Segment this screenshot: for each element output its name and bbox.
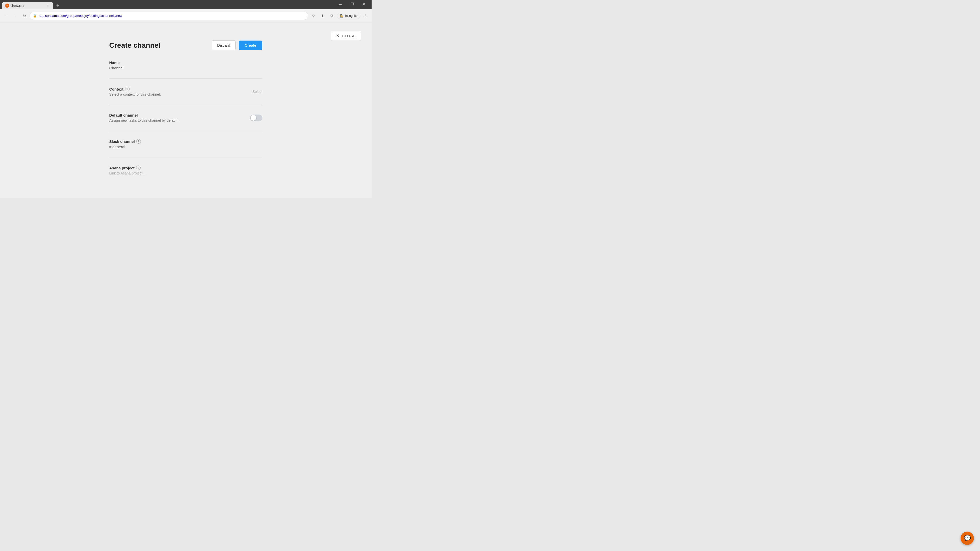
download-button[interactable]: ⬇ — [318, 12, 327, 20]
context-description: Select a context for this channel. — [109, 92, 161, 97]
default-channel-label: Default channel — [109, 113, 178, 118]
maximize-button[interactable]: ❐ — [347, 0, 358, 9]
context-left: Context ? Select a context for this chan… — [109, 87, 161, 97]
default-channel-left: Default channel Assign new tasks to this… — [109, 113, 178, 122]
asana-project-input[interactable]: Link to Asana project... — [109, 171, 262, 175]
incognito-badge[interactable]: 🕵 Incognito — [337, 13, 360, 19]
form-actions: Discard Create — [212, 40, 262, 50]
context-label: Context ? — [109, 87, 161, 91]
context-section: Context ? Select a context for this chan… — [109, 87, 262, 105]
toggle-knob — [251, 115, 256, 121]
name-value[interactable]: Channel — [109, 66, 262, 70]
close-page-button[interactable]: ✕ CLOSE — [331, 30, 361, 41]
default-channel-toggle[interactable] — [250, 114, 262, 121]
active-tab[interactable]: S Sunsama × — [2, 2, 53, 9]
address-text: app.sunsama.com/group/moodjoy/settings/c… — [39, 14, 305, 17]
default-channel-section: Default channel Assign new tasks to this… — [109, 113, 262, 131]
slack-channel-section: Slack channel ? # general — [109, 139, 262, 157]
address-bar[interactable]: 🔒 app.sunsama.com/group/moodjoy/settings… — [30, 12, 308, 20]
forward-icon: → — [14, 14, 17, 18]
asana-project-section: Asana project ? Link to Asana project... — [109, 165, 262, 183]
discard-button[interactable]: Discard — [212, 40, 235, 50]
minimize-button[interactable]: — — [335, 0, 346, 9]
create-button[interactable]: Create — [239, 41, 262, 50]
context-row: Context ? Select a context for this chan… — [109, 87, 262, 97]
default-channel-row: Default channel Assign new tasks to this… — [109, 113, 262, 122]
page-content: ✕ CLOSE Create channel Discard Create Na… — [0, 22, 372, 198]
slack-channel-value[interactable]: # general — [109, 144, 262, 149]
name-section: Name Channel — [109, 60, 262, 79]
name-label: Name — [109, 60, 262, 65]
incognito-label: Incognito — [345, 14, 358, 17]
context-select-button[interactable]: Select — [252, 89, 262, 95]
page-title: Create channel — [109, 41, 161, 49]
context-help-icon[interactable]: ? — [125, 87, 130, 91]
tab-title: Sunsama — [11, 4, 44, 7]
close-page-label: CLOSE — [342, 34, 356, 38]
window-controls: — ❐ ✕ — [335, 0, 369, 9]
create-channel-form: Create channel Discard Create Name Chann… — [109, 35, 262, 197]
bookmark-button[interactable]: ☆ — [309, 12, 318, 20]
close-page-icon: ✕ — [336, 33, 340, 38]
nav-bar: ← → ↻ 🔒 app.sunsama.com/group/moodjoy/se… — [0, 9, 372, 22]
asana-project-label: Asana project ? — [109, 165, 262, 170]
asana-help-icon[interactable]: ? — [136, 165, 141, 170]
window-close-button[interactable]: ✕ — [358, 0, 369, 9]
nav-icons-right: ☆ ⬇ ⧉ 🕵 Incognito ⋮ — [309, 12, 369, 20]
tab-bar: S Sunsama × + — ❐ ✕ — [0, 0, 372, 9]
incognito-icon: 🕵 — [340, 14, 344, 17]
back-button[interactable]: ← — [2, 12, 10, 20]
new-tab-button[interactable]: + — [54, 2, 61, 9]
split-view-button[interactable]: ⧉ — [328, 12, 336, 20]
reload-button[interactable]: ↻ — [21, 12, 29, 20]
slack-help-icon[interactable]: ? — [136, 139, 141, 144]
menu-button[interactable]: ⋮ — [361, 12, 369, 20]
lock-icon: 🔒 — [33, 14, 37, 17]
slack-channel-label: Slack channel ? — [109, 139, 262, 144]
form-header: Create channel Discard Create — [109, 40, 262, 50]
tab-close-button[interactable]: × — [46, 3, 50, 8]
tab-favicon: S — [5, 3, 9, 8]
reload-icon: ↻ — [23, 14, 26, 18]
default-channel-description: Assign new tasks to this channel by defa… — [109, 118, 178, 122]
back-icon: ← — [4, 14, 8, 18]
forward-button[interactable]: → — [11, 12, 19, 20]
